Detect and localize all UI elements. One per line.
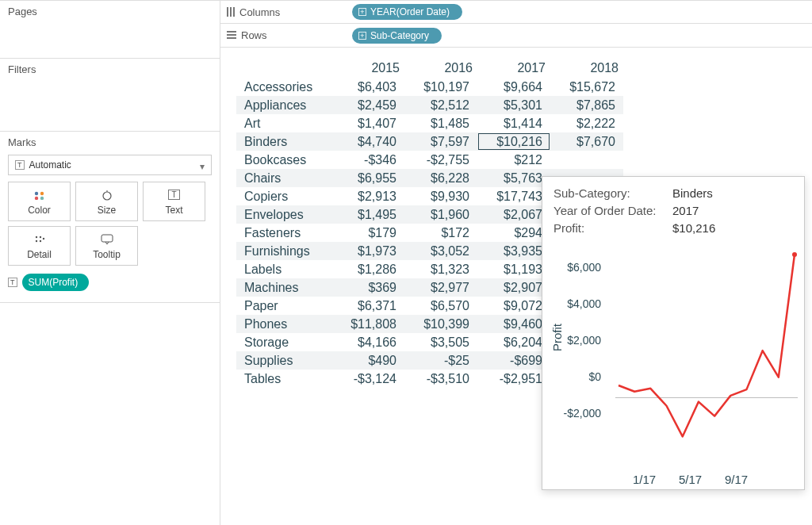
cell[interactable]: $3,052 [404, 242, 477, 260]
cell[interactable]: $1,960 [404, 205, 477, 224]
cell[interactable]: $172 [404, 224, 477, 242]
row-header[interactable]: Labels [236, 260, 331, 278]
cell[interactable]: $1,973 [331, 242, 404, 260]
cell[interactable]: $2,977 [404, 278, 477, 297]
cell[interactable]: $1,407 [331, 114, 404, 132]
cell[interactable]: -$2,755 [404, 151, 477, 169]
year-header[interactable]: 2017 [477, 59, 550, 78]
cell[interactable]: $9,460 [477, 315, 550, 333]
cell[interactable]: $6,403 [331, 78, 404, 96]
row-header[interactable]: Storage [236, 333, 331, 351]
cell[interactable]: $1,485 [404, 114, 477, 132]
filters-title: Filters [8, 63, 212, 75]
cell[interactable]: $15,672 [550, 78, 623, 96]
cell[interactable]: -$3,124 [331, 370, 404, 388]
color-button[interactable]: Color [8, 182, 71, 221]
cell[interactable]: $3,935 [477, 242, 550, 260]
row-header[interactable]: Bookcases [236, 151, 331, 169]
detail-button[interactable]: Detail [8, 226, 71, 266]
color-label: Color [28, 205, 51, 216]
text-encoding-icon: T [8, 278, 17, 287]
filters-shelf[interactable]: Filters [0, 59, 220, 132]
cell[interactable]: $5,763 [477, 169, 550, 187]
svg-point-4 [103, 192, 111, 200]
cell[interactable]: $10,216 [477, 132, 550, 151]
svg-point-13 [792, 252, 797, 257]
tooltip-button[interactable]: Tooltip [75, 226, 138, 266]
text-button[interactable]: T Text [143, 182, 205, 221]
size-label: Size [98, 205, 116, 216]
cell[interactable]: -$3,510 [404, 370, 477, 388]
cell[interactable]: $7,865 [550, 96, 623, 114]
cell[interactable]: $2,459 [331, 96, 404, 114]
svg-point-6 [35, 236, 36, 237]
row-header[interactable]: Binders [236, 132, 331, 151]
year-header[interactable]: 2018 [550, 59, 623, 78]
columns-pill[interactable]: + YEAR(Order Date) [352, 4, 462, 20]
cell[interactable]: $10,399 [404, 315, 477, 333]
year-header[interactable]: 2015 [331, 59, 404, 78]
cell[interactable]: -$2,951 [477, 370, 550, 388]
cell[interactable]: $1,323 [404, 260, 477, 278]
cell[interactable]: $7,597 [404, 132, 477, 151]
cell[interactable]: $9,664 [477, 78, 550, 96]
cell[interactable]: $6,204 [477, 333, 550, 351]
row-header[interactable]: Phones [236, 315, 331, 333]
row-header[interactable]: Furnishings [236, 242, 331, 260]
row-header[interactable]: Envelopes [236, 205, 331, 224]
row-header[interactable]: Supplies [236, 351, 331, 370]
cell[interactable]: $2,907 [477, 278, 550, 297]
cell[interactable]: $17,743 [477, 187, 550, 205]
cell[interactable]: $9,072 [477, 297, 550, 315]
cell[interactable]: $490 [331, 351, 404, 370]
columns-shelf[interactable]: Columns + YEAR(Order Date) [220, 0, 812, 24]
cell[interactable]: $6,570 [404, 297, 477, 315]
row-header[interactable]: Fasteners [236, 224, 331, 242]
svg-point-10 [42, 237, 44, 239]
cell[interactable]: $1,286 [331, 260, 404, 278]
cell[interactable]: $6,228 [404, 169, 477, 187]
row-header[interactable]: Chairs [236, 169, 331, 187]
svg-rect-11 [102, 235, 113, 242]
rows-pill[interactable]: + Sub-Category [352, 28, 442, 44]
cell[interactable]: $7,670 [550, 132, 623, 151]
pages-shelf[interactable]: Pages [0, 0, 220, 59]
cell[interactable]: -$346 [331, 151, 404, 169]
cell[interactable]: $10,197 [404, 78, 477, 96]
cell[interactable] [550, 151, 623, 169]
row-header[interactable]: Copiers [236, 187, 331, 205]
cell[interactable]: $6,371 [331, 297, 404, 315]
row-header[interactable]: Art [236, 114, 331, 132]
cell[interactable]: -$25 [404, 351, 477, 370]
row-header[interactable]: Paper [236, 297, 331, 315]
cell[interactable]: $2,222 [550, 114, 623, 132]
cell[interactable]: $4,166 [331, 333, 404, 351]
year-header[interactable]: 2016 [404, 59, 477, 78]
cell[interactable]: $3,505 [404, 333, 477, 351]
cell[interactable]: $2,512 [404, 96, 477, 114]
cell[interactable]: $294 [477, 224, 550, 242]
cell[interactable]: $5,301 [477, 96, 550, 114]
cell[interactable]: $2,913 [331, 187, 404, 205]
cell[interactable]: $1,414 [477, 114, 550, 132]
cell[interactable]: $4,740 [331, 132, 404, 151]
mark-type-select[interactable]: T Automatic ▾ [8, 155, 212, 175]
row-header[interactable]: Appliances [236, 96, 331, 114]
sum-profit-pill[interactable]: SUM(Profit) [22, 274, 90, 291]
cell[interactable]: $6,955 [331, 169, 404, 187]
cell[interactable]: $11,808 [331, 315, 404, 333]
sparkline [615, 248, 798, 454]
cell[interactable]: $369 [331, 278, 404, 297]
row-header[interactable]: Tables [236, 370, 331, 388]
row-header[interactable]: Machines [236, 278, 331, 297]
cell[interactable]: $179 [331, 224, 404, 242]
cell[interactable]: $1,495 [331, 205, 404, 224]
cell[interactable]: $1,193 [477, 260, 550, 278]
cell[interactable]: $2,067 [477, 205, 550, 224]
row-header[interactable]: Accessories [236, 78, 331, 96]
cell[interactable]: -$699 [477, 351, 550, 370]
cell[interactable]: $9,930 [404, 187, 477, 205]
cell[interactable]: $212 [477, 151, 550, 169]
size-button[interactable]: Size [75, 182, 138, 221]
rows-shelf[interactable]: Rows + Sub-Category [220, 24, 812, 48]
